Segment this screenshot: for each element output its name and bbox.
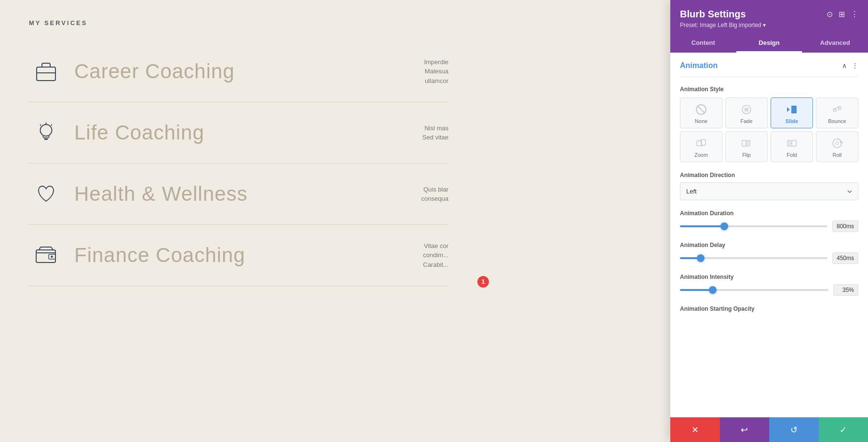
animation-header: Animation ∧ ⋮: [680, 53, 858, 77]
animation-style-group: Animation Style None: [680, 86, 858, 162]
animation-opacity-group: Animation Starting Opacity: [680, 305, 858, 312]
life-desc: Nisl mas Sed vitae: [422, 124, 448, 142]
roll-icon: [819, 137, 855, 150]
bounce-icon: [819, 103, 855, 116]
service-item-finance: Finance Coaching Vitae cor condim... Car…: [29, 225, 448, 286]
svg-rect-19: [791, 106, 797, 113]
animation-section: Animation ∧ ⋮ Animation Style: [670, 53, 868, 332]
life-coaching-label: Life Coaching: [74, 121, 204, 144]
panel-preset[interactable]: Preset: Image Left Big imported ▾: [680, 22, 858, 28]
duration-slider-track[interactable]: [680, 225, 827, 227]
briefcase-svg: [33, 58, 59, 85]
flip-icon: [729, 137, 764, 150]
style-option-fold[interactable]: Fold: [771, 131, 813, 162]
briefcase-icon: [29, 55, 63, 88]
tab-content[interactable]: Content: [670, 34, 736, 53]
intensity-slider-group: 35%: [680, 284, 858, 296]
style-option-slide[interactable]: Slide: [771, 97, 813, 128]
tab-design[interactable]: Design: [736, 34, 802, 53]
more-icon[interactable]: ⋮: [851, 10, 858, 19]
wallet-svg: [33, 242, 59, 269]
delay-label: Animation Delay: [680, 242, 858, 249]
animation-duration-group: Animation Duration 800ms: [680, 210, 858, 232]
svg-point-2: [40, 124, 52, 136]
style-option-roll[interactable]: Roll: [816, 131, 858, 162]
slide-label: Slide: [774, 118, 810, 124]
main-content: MY SERVICES Career Coaching Imperdie Mal…: [0, 0, 477, 442]
delay-slider-thumb[interactable]: [697, 254, 705, 262]
duration-slider-group: 800ms: [680, 221, 858, 232]
settings-panel: Blurb Settings ⊙ ⊞ ⋮ Preset: Image Left …: [670, 0, 868, 442]
notification-badge: 1: [477, 276, 489, 288]
slide-icon: [774, 103, 810, 116]
heart-icon: [29, 177, 63, 211]
target-icon[interactable]: ⊙: [827, 10, 833, 19]
duration-slider-fill: [680, 225, 724, 227]
intensity-value: 35%: [833, 284, 858, 296]
delay-value: 450ms: [832, 252, 858, 264]
direction-select[interactable]: Left Right Top Bottom: [680, 182, 858, 200]
svg-marker-20: [787, 107, 790, 112]
heart-svg: [33, 181, 59, 207]
service-item-career: Career Coaching Imperdie Malesua ullamco…: [29, 41, 448, 102]
svg-point-10: [51, 256, 53, 257]
fade-label: Fade: [729, 118, 764, 124]
panel-body: Animation ∧ ⋮ Animation Style: [670, 53, 868, 417]
tab-advanced[interactable]: Advanced: [802, 34, 868, 53]
style-option-bounce[interactable]: Bounce: [816, 97, 858, 128]
duration-slider-thumb[interactable]: [720, 222, 728, 230]
animation-more-icon[interactable]: ⋮: [852, 62, 858, 69]
svg-rect-0: [37, 67, 55, 81]
intensity-slider-fill: [680, 289, 713, 291]
redo-button[interactable]: ↺: [769, 417, 819, 442]
panel-tabs: Content Design Advanced: [670, 34, 868, 53]
none-icon: [683, 103, 719, 116]
intensity-slider-track[interactable]: [680, 289, 828, 291]
flip-label: Flip: [729, 152, 764, 158]
service-item-health: Health & Wellness Quis blar consequa: [29, 164, 448, 225]
intensity-slider-thumb[interactable]: [709, 286, 717, 294]
animation-delay-group: Animation Delay 450ms: [680, 242, 858, 264]
duration-label: Animation Duration: [680, 210, 858, 217]
career-coaching-label: Career Coaching: [74, 60, 235, 83]
layout-icon[interactable]: ⊞: [839, 10, 845, 19]
panel-title: Blurb Settings: [680, 9, 746, 20]
opacity-label: Animation Starting Opacity: [680, 305, 858, 312]
svg-point-32: [836, 142, 839, 145]
service-item-life: Life Coaching Nisl mas Sed vitae: [29, 102, 448, 164]
style-option-fade[interactable]: Fade: [725, 97, 768, 128]
zoom-icon: [683, 137, 719, 150]
panel-toolbar: ✕ ↩ ↺ ✓: [670, 417, 868, 442]
finance-desc: Vitae cor condim... Carabit...: [423, 241, 448, 270]
style-grid-row2: Zoom Flip: [680, 131, 858, 162]
svg-rect-28: [746, 140, 750, 146]
style-option-flip[interactable]: Flip: [725, 131, 768, 162]
svg-line-6: [40, 124, 41, 125]
svg-line-7: [51, 124, 52, 125]
health-desc: Quis blar consequa: [421, 185, 448, 204]
save-button[interactable]: ✓: [819, 417, 868, 442]
close-button[interactable]: ✕: [670, 417, 720, 442]
zoom-label: Zoom: [683, 152, 719, 158]
animation-direction-group: Animation Direction Left Right Top Botto…: [680, 172, 858, 200]
delay-slider-group: 450ms: [680, 252, 858, 264]
animation-title: Animation: [680, 61, 718, 70]
style-option-zoom[interactable]: Zoom: [680, 131, 722, 162]
finance-coaching-label: Finance Coaching: [74, 244, 245, 267]
wallet-icon: [29, 238, 63, 272]
health-wellness-label: Health & Wellness: [74, 182, 247, 206]
career-desc: Imperdie Malesua ullamcor: [424, 57, 448, 86]
style-option-none[interactable]: None: [680, 97, 722, 128]
fold-label: Fold: [774, 152, 810, 158]
delay-slider-track[interactable]: [680, 257, 827, 259]
collapse-icon[interactable]: ∧: [842, 62, 847, 69]
panel-header-icons: ⊙ ⊞ ⋮: [827, 10, 858, 19]
animation-style-label: Animation Style: [680, 86, 858, 93]
bulb-icon: [29, 116, 63, 150]
roll-label: Roll: [819, 152, 855, 158]
direction-label: Animation Direction: [680, 172, 858, 179]
svg-point-18: [745, 108, 748, 111]
fade-icon: [729, 103, 764, 116]
duration-value: 800ms: [832, 221, 858, 232]
undo-button[interactable]: ↩: [720, 417, 770, 442]
